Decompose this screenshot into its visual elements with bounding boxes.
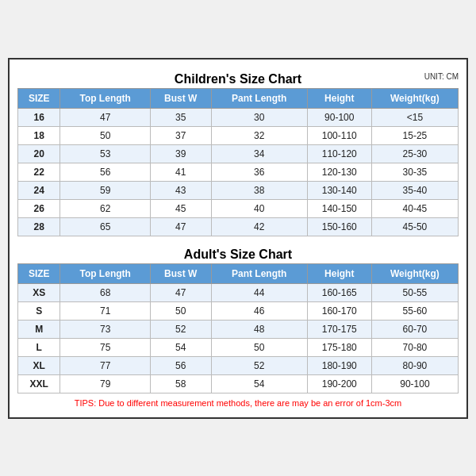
adult-title-text: Adult's Size Chart [184, 248, 292, 261]
table-cell: 25-30 [371, 144, 458, 163]
table-cell: 52 [211, 356, 307, 374]
table-cell: L [18, 338, 60, 356]
table-cell: 60-70 [371, 320, 458, 338]
adult-section-title: Adult's Size Chart [17, 243, 459, 263]
table-cell: 52 [150, 320, 211, 338]
table-cell: M [18, 320, 60, 338]
table-cell: 62 [60, 199, 150, 217]
children-col-pant-length: Pant Length [211, 88, 307, 108]
table-cell: 80-90 [371, 356, 458, 374]
children-col-weight: Weight(kg) [371, 88, 458, 108]
table-cell: 50 [211, 338, 307, 356]
adults-col-weight: Weight(kg) [371, 263, 458, 283]
children-table: SIZE Top Length Bust W Pant Length Heigh… [17, 88, 459, 236]
table-cell: 28 [18, 217, 60, 236]
adults-col-pant-length: Pant Length [211, 263, 307, 283]
table-cell: 30 [211, 108, 307, 126]
table-cell: 175-180 [307, 338, 371, 356]
children-col-top-length: Top Length [60, 88, 150, 108]
table-cell: 37 [150, 126, 211, 144]
table-cell: 75 [60, 338, 150, 356]
table-cell: 30-35 [371, 163, 458, 181]
children-header-row: SIZE Top Length Bust W Pant Length Heigh… [18, 88, 459, 108]
table-row: 1647353090-100<15 [18, 108, 459, 126]
table-cell: 59 [60, 181, 150, 199]
table-row: 22564136120-13030-35 [18, 163, 459, 181]
table-cell: 160-170 [307, 301, 371, 320]
children-col-size: SIZE [18, 88, 60, 108]
children-unit-label: UNIT: CM [424, 72, 459, 81]
table-cell: 100-110 [307, 126, 371, 144]
children-col-bust-w: Bust W [150, 88, 211, 108]
children-section-title: Children's Size Chart UNIT: CM [17, 67, 459, 88]
table-cell: 68 [60, 283, 150, 301]
table-cell: 18 [18, 126, 60, 144]
table-cell: 22 [18, 163, 60, 181]
table-cell: 54 [211, 374, 307, 393]
adults-col-size: SIZE [18, 263, 60, 283]
children-title-text: Children's Size Chart [175, 72, 301, 86]
table-cell: 120-130 [307, 163, 371, 181]
table-cell: 65 [60, 217, 150, 236]
table-cell: 73 [60, 320, 150, 338]
table-cell: 46 [211, 301, 307, 320]
table-cell: XXL [18, 374, 60, 393]
table-cell: 190-200 [307, 374, 371, 393]
table-cell: 180-190 [307, 356, 371, 374]
table-cell: 43 [150, 181, 211, 199]
table-cell: 130-140 [307, 181, 371, 199]
table-cell: 48 [211, 320, 307, 338]
tips-text: TIPS: Due to different measurement metho… [17, 393, 459, 409]
table-row: L755450175-18070-80 [18, 338, 459, 356]
table-cell: 50 [60, 126, 150, 144]
table-row: S715046160-17055-60 [18, 301, 459, 320]
table-cell: 140-150 [307, 199, 371, 217]
table-cell: 70-80 [371, 338, 458, 356]
table-cell: 55-60 [371, 301, 458, 320]
table-row: 26624540140-15040-45 [18, 199, 459, 217]
table-cell: 32 [211, 126, 307, 144]
table-cell: 170-175 [307, 320, 371, 338]
table-cell: 15-25 [371, 126, 458, 144]
table-cell: 56 [150, 356, 211, 374]
table-cell: 90-100 [371, 374, 458, 393]
table-row: 24594338130-14035-40 [18, 181, 459, 199]
table-cell: 47 [60, 108, 150, 126]
table-cell: 40 [211, 199, 307, 217]
table-cell: 40-45 [371, 199, 458, 217]
table-cell: 41 [150, 163, 211, 181]
table-cell: 50-55 [371, 283, 458, 301]
adults-table: SIZE Top Length Bust W Pant Length Heigh… [17, 263, 459, 393]
table-cell: 35-40 [371, 181, 458, 199]
children-col-height: Height [307, 88, 371, 108]
table-cell: 20 [18, 144, 60, 163]
table-cell: 160-165 [307, 283, 371, 301]
table-cell: 50 [150, 301, 211, 320]
table-row: 28654742150-16045-50 [18, 217, 459, 236]
table-cell: 34 [211, 144, 307, 163]
table-cell: 16 [18, 108, 60, 126]
adults-col-bust-w: Bust W [150, 263, 211, 283]
table-cell: 45 [150, 199, 211, 217]
table-cell: 45-50 [371, 217, 458, 236]
table-cell: 53 [60, 144, 150, 163]
table-cell: 47 [150, 283, 211, 301]
table-cell: 44 [211, 283, 307, 301]
table-cell: XS [18, 283, 60, 301]
table-cell: 39 [150, 144, 211, 163]
table-cell: S [18, 301, 60, 320]
table-cell: 24 [18, 181, 60, 199]
table-cell: 47 [150, 217, 211, 236]
table-cell: <15 [371, 108, 458, 126]
table-cell: 58 [150, 374, 211, 393]
table-cell: 36 [211, 163, 307, 181]
adults-col-height: Height [307, 263, 371, 283]
table-cell: 26 [18, 199, 60, 217]
table-row: XL775652180-19080-90 [18, 356, 459, 374]
table-cell: 77 [60, 356, 150, 374]
adults-header-row: SIZE Top Length Bust W Pant Length Heigh… [18, 263, 459, 283]
table-cell: 42 [211, 217, 307, 236]
table-row: 18503732100-11015-25 [18, 126, 459, 144]
chart-container: Children's Size Chart UNIT: CM SIZE Top … [8, 58, 468, 419]
table-cell: 90-100 [307, 108, 371, 126]
